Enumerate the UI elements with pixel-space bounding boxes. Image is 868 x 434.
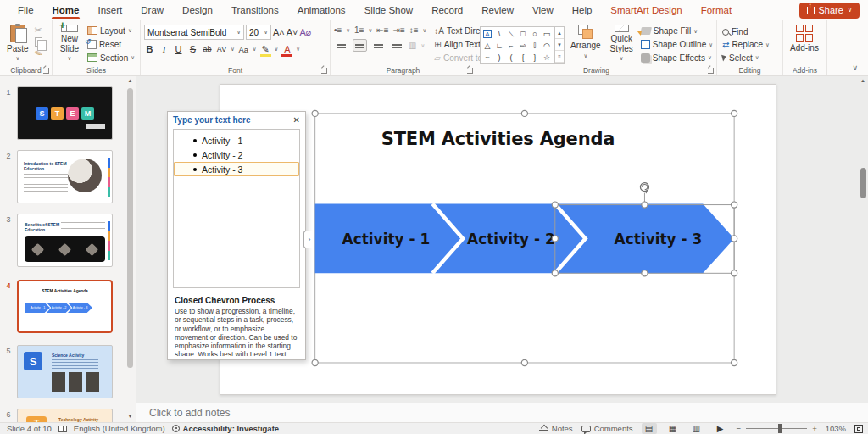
thumbnail-slide-5[interactable]: 5 S Science Activity: [0, 345, 136, 398]
tab-draw[interactable]: Draw: [131, 0, 173, 20]
text-pane-toggle[interactable]: ›: [303, 231, 314, 248]
shape-elbow-icon[interactable]: ∟: [493, 40, 505, 52]
tab-transitions[interactable]: Transitions: [222, 0, 288, 20]
tab-smartart-design[interactable]: SmartArt Design: [601, 0, 691, 20]
collapse-ribbon-icon[interactable]: ∨: [852, 64, 858, 72]
paste-button[interactable]: Paste ∨: [3, 23, 32, 64]
notes-area[interactable]: Click to add notes: [136, 403, 868, 422]
shape-fill-button[interactable]: Shape Fill∨: [639, 25, 715, 37]
shape-corner-icon[interactable]: ⌐: [505, 40, 517, 52]
tab-insert[interactable]: Insert: [88, 0, 131, 20]
shape-curve-icon[interactable]: (: [505, 52, 517, 64]
drawing-dialog-launcher[interactable]: [708, 68, 714, 74]
text-pane-list[interactable]: Activity - 1 Activity - 2 Activity - 3: [173, 129, 300, 288]
font-dialog-launcher[interactable]: [321, 68, 327, 74]
language-indicator[interactable]: English (United Kingdom): [74, 424, 165, 433]
tab-view[interactable]: View: [523, 0, 563, 20]
shape-paren-left-icon[interactable]: ): [493, 52, 505, 64]
thumbnail-slide-2[interactable]: 2 Introduction to STEM Education: [0, 150, 136, 203]
fit-to-window-icon[interactable]: [854, 425, 863, 433]
arrange-button[interactable]: Arrange ∨: [567, 23, 604, 64]
scroll-up-icon[interactable]: ▲: [127, 78, 133, 83]
slideshow-button[interactable]: ▶: [713, 423, 728, 434]
line-spacing-icon[interactable]: ↕≡: [409, 25, 419, 35]
justify-button[interactable]: [390, 39, 404, 52]
spellcheck-icon[interactable]: [58, 426, 67, 432]
bold-button[interactable]: B: [144, 43, 155, 55]
text-pane-item[interactable]: Activity - 1: [174, 133, 299, 147]
zoom-level[interactable]: 103%: [826, 424, 846, 433]
close-icon[interactable]: ✕: [293, 115, 300, 125]
share-button[interactable]: Share ∨: [799, 3, 860, 19]
decrease-font-size-button[interactable]: A˅: [287, 26, 298, 38]
scrollbar-thumb[interactable]: [860, 168, 866, 198]
thumbnail-slide-3[interactable]: 3 Benefits of STEM Education: [0, 214, 136, 267]
shape-brace-left-icon[interactable]: {: [517, 52, 529, 64]
tab-slide-show[interactable]: Slide Show: [355, 0, 423, 20]
font-name-combo[interactable]: Montserrat SemiBold∨: [144, 25, 244, 40]
zoom-slider[interactable]: [746, 428, 807, 429]
align-center-button[interactable]: [353, 39, 367, 52]
scroll-up-icon[interactable]: ▲: [860, 78, 865, 83]
comments-button[interactable]: Comments: [581, 424, 633, 433]
quick-styles-button[interactable]: Quick Styles ∨: [607, 23, 637, 64]
bullets-icon[interactable]: •≡: [334, 25, 342, 35]
shape-brace-right-icon[interactable]: }: [529, 52, 541, 64]
tab-help[interactable]: Help: [563, 0, 602, 20]
shape-line-icon[interactable]: \: [493, 28, 505, 40]
chevron-label-1[interactable]: Activity - 1: [342, 231, 431, 248]
strikethrough-button[interactable]: S: [187, 43, 198, 55]
text-pane-item-selected[interactable]: Activity - 3: [174, 162, 299, 176]
change-case-button[interactable]: Aa: [238, 43, 249, 55]
copy-icon[interactable]: [35, 37, 42, 47]
shape-arrow-line-icon[interactable]: ⟍: [505, 28, 517, 40]
clear-formatting-button[interactable]: A⌀: [300, 26, 312, 38]
normal-view-button[interactable]: ▤: [642, 423, 657, 434]
shape-outline-button[interactable]: Shape Outline∨: [639, 39, 715, 51]
columns-icon[interactable]: ▥: [409, 41, 416, 50]
tab-animations[interactable]: Animations: [288, 0, 355, 20]
text-highlight-button[interactable]: ✎: [260, 43, 271, 55]
zoom-out-button[interactable]: −: [737, 424, 742, 433]
shape-arrow-down-icon[interactable]: ⇩: [529, 40, 541, 52]
align-right-button[interactable]: [371, 39, 386, 52]
notes-toggle-button[interactable]: Notes: [539, 424, 573, 433]
thumbnails-scrollbar[interactable]: ▲ ▼: [126, 76, 134, 422]
zoom-slider-thumb[interactable]: [778, 424, 782, 433]
character-spacing-button[interactable]: AV: [216, 43, 227, 55]
font-size-combo[interactable]: 20∨: [246, 25, 271, 40]
scrollbar-thumb[interactable]: [127, 88, 133, 368]
shape-effects-button[interactable]: Shape Effects∨: [639, 52, 715, 64]
canvas-scrollbar[interactable]: ▲: [859, 76, 868, 403]
reset-button[interactable]: Reset: [86, 38, 136, 50]
shape-rectangle-icon[interactable]: □: [517, 28, 529, 40]
shapes-gallery[interactable]: A \ ⟍ □ ○ ▭ △ ∟ ⌐ ⇨ ⇩ ◠ ~ ) ( { }: [480, 26, 554, 64]
shape-triangle-icon[interactable]: △: [481, 40, 493, 52]
thumbnail-slide-4-selected[interactable]: 4 STEM Activities Agenda Activity - 1 Ac…: [0, 280, 136, 333]
tab-format[interactable]: Format: [692, 0, 741, 20]
numbering-icon[interactable]: 1≡: [354, 25, 364, 35]
tab-design[interactable]: Design: [173, 0, 222, 20]
decrease-indent-icon[interactable]: ⇤≡: [376, 25, 388, 35]
addins-button[interactable]: Add-ins: [787, 23, 822, 64]
accessibility-checker[interactable]: Accessibility: Investigate: [172, 424, 280, 433]
increase-font-size-button[interactable]: A˄: [273, 26, 285, 38]
font-color-button[interactable]: A: [281, 43, 292, 55]
italic-button[interactable]: I: [159, 43, 170, 55]
shape-star-icon[interactable]: ☆: [541, 52, 553, 64]
section-button[interactable]: Section∨: [86, 52, 136, 64]
increase-indent-icon[interactable]: ⇥≡: [393, 25, 405, 35]
reading-view-button[interactable]: ▥: [689, 423, 704, 434]
chevron-label-2[interactable]: Activity - 2: [467, 231, 555, 248]
tab-home[interactable]: Home: [43, 0, 89, 20]
zoom-in-button[interactable]: +: [812, 424, 817, 433]
tab-record[interactable]: Record: [422, 0, 472, 20]
find-button[interactable]: Find: [721, 26, 771, 37]
shape-scribble-icon[interactable]: ~: [481, 52, 493, 64]
shape-arrow-right-icon[interactable]: ⇨: [517, 40, 529, 52]
shape-oval-icon[interactable]: ○: [529, 28, 541, 40]
paragraph-dialog-launcher[interactable]: [467, 68, 473, 74]
slide-sorter-view-button[interactable]: ▦: [665, 423, 681, 434]
shape-arc-icon[interactable]: ◠: [541, 40, 553, 52]
clipboard-dialog-launcher[interactable]: [43, 68, 49, 74]
